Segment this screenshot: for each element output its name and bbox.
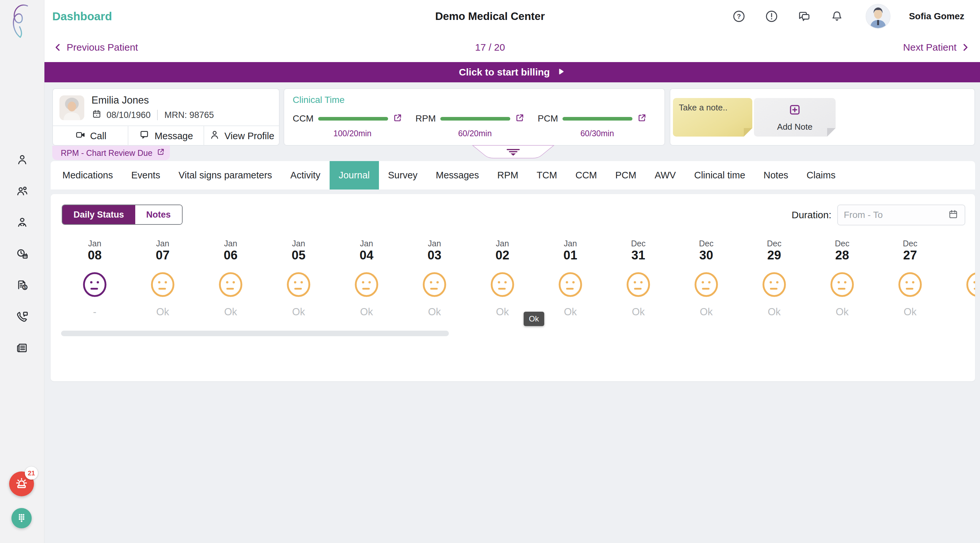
tab-awv[interactable]: AWV bbox=[646, 161, 685, 189]
notifications-icon[interactable] bbox=[830, 9, 844, 24]
call-button[interactable]: Call bbox=[53, 126, 128, 146]
tab-activity[interactable]: Activity bbox=[281, 161, 329, 189]
day-number: 31 bbox=[632, 248, 645, 263]
phone-chat-icon[interactable] bbox=[15, 310, 29, 323]
page-title[interactable]: Dashboard bbox=[52, 0, 112, 33]
next-patient-button[interactable]: Next Patient bbox=[903, 33, 970, 62]
tab-claims[interactable]: Claims bbox=[797, 161, 845, 189]
top-header: Dashboard Demo Medical Center ? bbox=[45, 0, 980, 33]
caregiver-icon[interactable] bbox=[15, 216, 29, 229]
chevron-right-icon bbox=[960, 43, 970, 52]
toggle-notes[interactable]: Notes bbox=[135, 205, 182, 224]
sidebar: $ 21 bbox=[0, 0, 45, 543]
tab-tcm[interactable]: TCM bbox=[528, 161, 566, 189]
patient-mrn: MRN: 98765 bbox=[164, 110, 214, 120]
clinical-time-metrics: CCM100/20minRPM60/20minPCM60/30min bbox=[293, 113, 656, 138]
mood-neutral-face-icon[interactable] bbox=[966, 272, 975, 297]
action-label: Call bbox=[90, 131, 107, 142]
day-month: Dec bbox=[903, 239, 917, 248]
toggle-daily-status[interactable]: Daily Status bbox=[62, 205, 135, 224]
view-profile-button[interactable]: View Profile bbox=[204, 126, 279, 146]
tab-ccm[interactable]: CCM bbox=[566, 161, 606, 189]
time-tracking-icon[interactable] bbox=[15, 247, 29, 261]
billing-invoice-icon[interactable]: $ bbox=[15, 279, 29, 292]
day-column: Dec31Ok bbox=[605, 239, 672, 318]
collapse-panel-handle[interactable] bbox=[472, 145, 554, 159]
newspaper-icon[interactable] bbox=[15, 341, 29, 355]
day-status: Ok bbox=[224, 306, 237, 318]
action-label: Message bbox=[154, 131, 193, 142]
mood-neutral-face-icon[interactable] bbox=[422, 272, 447, 297]
clinical-time-title: Clinical Time bbox=[293, 95, 656, 105]
mood-neutral-face-icon[interactable] bbox=[830, 272, 854, 297]
tab-messages[interactable]: Messages bbox=[426, 161, 488, 189]
day-status: Ok bbox=[835, 306, 849, 318]
day-status: Ok bbox=[428, 306, 441, 318]
journal-toolbar: Daily StatusNotes Duration: From - To bbox=[51, 204, 975, 223]
mood-neutral-face-icon[interactable] bbox=[218, 272, 243, 297]
day-status: - bbox=[93, 306, 96, 318]
take-a-note-sticky[interactable]: Take a note.. bbox=[673, 98, 752, 137]
day-month: Jan bbox=[428, 239, 441, 248]
day-month: Jan bbox=[88, 239, 101, 248]
user-avatar[interactable] bbox=[865, 4, 891, 29]
mood-neutral-face-icon[interactable] bbox=[694, 272, 719, 297]
tab-clinical-time[interactable]: Clinical time bbox=[685, 161, 754, 189]
people-icon[interactable] bbox=[15, 184, 29, 198]
rpm-chart-review-tag[interactable]: RPM - Chart Review Due bbox=[52, 146, 170, 160]
tab-vital-signs-parameters[interactable]: Vital signs parameters bbox=[169, 161, 281, 189]
horizontal-scrollbar[interactable] bbox=[61, 331, 449, 336]
dialer-button[interactable] bbox=[11, 508, 32, 528]
tab-events[interactable]: Events bbox=[122, 161, 170, 189]
duration-filter: Duration: From - To bbox=[792, 204, 965, 225]
day-column: Jan06Ok bbox=[197, 239, 265, 318]
day-number: 28 bbox=[835, 248, 849, 263]
dialpad-icon bbox=[16, 512, 27, 525]
day-month: Dec bbox=[631, 239, 646, 248]
metric-ccm: CCM100/20min bbox=[293, 113, 402, 138]
add-note-button[interactable]: Add Note bbox=[754, 98, 835, 137]
external-link-icon[interactable] bbox=[637, 113, 647, 124]
mood-neutral-face-icon[interactable] bbox=[354, 272, 379, 297]
mood-neutral-face-icon[interactable] bbox=[286, 272, 311, 297]
messages-icon[interactable] bbox=[797, 9, 811, 24]
day-month: Dec bbox=[699, 239, 713, 248]
mood-neutral-face-icon[interactable] bbox=[762, 272, 787, 297]
mood-neutral-face-icon[interactable] bbox=[898, 272, 923, 297]
mood-neutral-face-icon[interactable] bbox=[150, 272, 175, 297]
message-icon bbox=[139, 129, 151, 143]
app-logo-icon[interactable] bbox=[7, 3, 36, 39]
tab-medications[interactable]: Medications bbox=[53, 161, 122, 189]
external-link-icon[interactable] bbox=[393, 113, 402, 124]
day-column: Jan05Ok bbox=[265, 239, 332, 318]
alert-icon[interactable] bbox=[764, 9, 779, 24]
day-month: Dec bbox=[767, 239, 781, 248]
tab-survey[interactable]: Survey bbox=[379, 161, 426, 189]
mood-neutral-face-icon[interactable] bbox=[558, 272, 583, 297]
patient-summary: Emilia Jones 08/10/1960 MRN: 98765 bbox=[53, 89, 279, 126]
duration-range-input[interactable]: From - To bbox=[837, 204, 965, 225]
mood-neutral-face-icon[interactable] bbox=[626, 272, 651, 297]
day-status: Ok bbox=[700, 306, 713, 318]
svg-text:$: $ bbox=[24, 285, 26, 290]
tab-pcm[interactable]: PCM bbox=[606, 161, 646, 189]
day-column: Jan03Ok bbox=[401, 239, 468, 318]
start-billing-banner[interactable]: Click to start billing bbox=[45, 62, 980, 82]
previous-patient-button[interactable]: Previous Patient bbox=[53, 33, 138, 62]
message-button[interactable]: Message bbox=[128, 126, 203, 146]
help-icon[interactable]: ? bbox=[732, 9, 746, 24]
patient-name: Emilia Jones bbox=[91, 94, 214, 106]
patient-dob: 08/10/1960 bbox=[107, 110, 151, 120]
day-column-partial bbox=[944, 239, 975, 318]
user-name[interactable]: Sofia Gomez bbox=[909, 11, 964, 22]
tab-notes[interactable]: Notes bbox=[754, 161, 797, 189]
mood-neutral-face-icon[interactable] bbox=[490, 272, 515, 297]
patient-counter: 17 / 20 bbox=[475, 33, 505, 62]
external-link-icon[interactable] bbox=[515, 113, 525, 124]
tab-rpm[interactable]: RPM bbox=[488, 161, 527, 189]
journal-view-toggle: Daily StatusNotes bbox=[62, 204, 183, 225]
mood-neutral-face-icon[interactable] bbox=[82, 272, 107, 297]
person-icon[interactable] bbox=[15, 153, 29, 167]
divider bbox=[157, 110, 158, 120]
tab-journal[interactable]: Journal bbox=[329, 161, 379, 189]
